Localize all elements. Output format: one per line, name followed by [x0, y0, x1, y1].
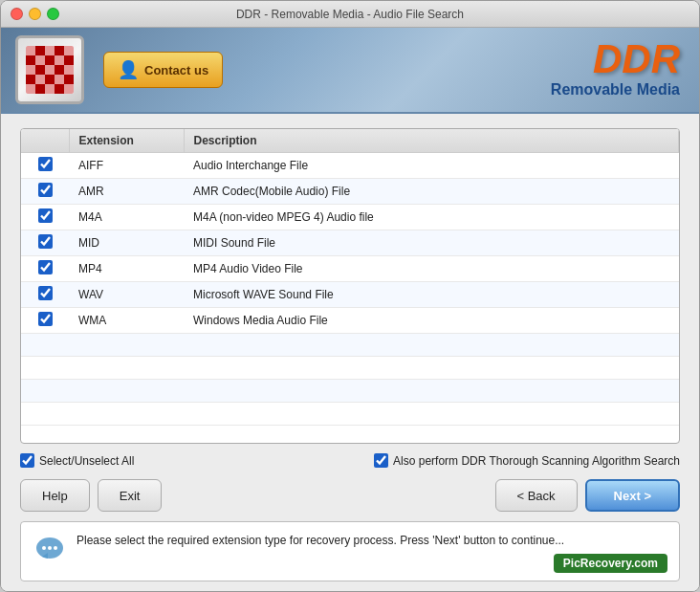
contact-label: Contact us	[144, 63, 208, 77]
main-window: DDR - Removable Media - Audio File Searc…	[0, 0, 700, 592]
svg-rect-16	[26, 75, 35, 84]
svg-rect-21	[26, 84, 35, 94]
row-extension: AMR	[69, 179, 184, 205]
svg-rect-9	[55, 55, 64, 65]
table-row: WAVMicrosoft WAVE Sound File	[21, 282, 679, 308]
svg-rect-24	[55, 84, 64, 94]
row-description: MIDI Sound File	[184, 230, 679, 256]
brand-title: DDR	[551, 39, 680, 79]
row-checkbox-wav[interactable]	[38, 286, 53, 300]
svg-point-29	[48, 546, 52, 550]
empty-row	[21, 380, 679, 403]
chat-icon	[34, 534, 65, 571]
row-extension: MP4	[69, 256, 184, 282]
svg-rect-22	[35, 84, 45, 94]
svg-rect-10	[64, 55, 74, 65]
svg-rect-2	[35, 46, 45, 55]
file-type-table-wrapper: Extension Description AIFFAudio Intercha…	[20, 128, 680, 444]
row-description: Microsoft WAVE Sound File	[184, 282, 679, 308]
row-checkbox-cell[interactable]	[21, 230, 69, 256]
svg-rect-14	[55, 65, 64, 75]
back-button[interactable]: < Back	[495, 479, 578, 512]
svg-rect-3	[45, 46, 55, 55]
row-checkbox-mid[interactable]	[38, 234, 53, 249]
row-checkbox-m4a[interactable]	[38, 208, 53, 223]
row-description: Audio Interchange File	[184, 153, 679, 179]
row-description: AMR Codec(Mobile Audio) File	[184, 179, 679, 205]
col-description-header: Description	[184, 129, 679, 153]
svg-rect-4	[55, 46, 64, 55]
row-description: M4A (non-video MPEG 4) Audio file	[184, 205, 679, 230]
select-all-checkbox[interactable]	[20, 453, 34, 468]
svg-rect-20	[64, 75, 74, 84]
row-description: Windows Media Audio File	[184, 308, 679, 334]
file-type-table: Extension Description AIFFAudio Intercha…	[21, 129, 679, 426]
empty-row	[21, 403, 679, 426]
row-checkbox-cell[interactable]	[21, 282, 69, 308]
table-row: AMRAMR Codec(Mobile Audio) File	[21, 179, 679, 205]
maximize-button[interactable]	[47, 8, 59, 20]
svg-rect-6	[26, 55, 35, 65]
select-all-label[interactable]: Select/Unselect All	[20, 453, 134, 468]
svg-rect-19	[55, 75, 64, 84]
brand-area: DDR Removable Media	[551, 39, 680, 99]
empty-row	[21, 334, 679, 357]
svg-point-30	[54, 546, 57, 550]
svg-rect-1	[26, 46, 35, 55]
row-extension: MID	[69, 230, 184, 256]
brand-subtitle: Removable Media	[551, 81, 680, 99]
svg-rect-8	[45, 55, 55, 65]
row-checkbox-cell[interactable]	[21, 256, 69, 282]
window-controls	[11, 8, 59, 20]
col-extension-header: Extension	[69, 129, 184, 153]
table-row: MP4MP4 Audio Video File	[21, 256, 679, 282]
thorough-scan-label[interactable]: Also perform DDR Thorough Scanning Algor…	[374, 453, 680, 468]
info-text: Please select the required extension typ…	[77, 532, 666, 549]
contact-icon: 👤	[118, 59, 139, 80]
close-button[interactable]	[11, 8, 23, 20]
bottom-controls: Select/Unselect All Also perform DDR Tho…	[20, 453, 680, 468]
exit-button[interactable]: Exit	[98, 479, 163, 512]
contact-button[interactable]: 👤 Contact us	[103, 52, 223, 88]
info-bar: Please select the required extension typ…	[20, 521, 680, 581]
header-banner: 👤 Contact us DDR Removable Media	[1, 28, 699, 114]
app-logo	[15, 35, 84, 104]
help-button[interactable]: Help	[20, 479, 90, 512]
row-extension: M4A	[69, 205, 184, 230]
table-row: M4AM4A (non-video MPEG 4) Audio file	[21, 205, 679, 230]
titlebar: DDR - Removable Media - Audio File Searc…	[1, 1, 699, 28]
empty-row	[21, 357, 679, 380]
minimize-button[interactable]	[29, 8, 41, 20]
svg-rect-23	[45, 84, 55, 94]
row-checkbox-wma[interactable]	[38, 312, 53, 326]
table-header-row: Extension Description	[21, 129, 679, 153]
table-row: MIDMIDI Sound File	[21, 230, 679, 256]
svg-rect-17	[35, 75, 45, 84]
row-extension: WMA	[69, 308, 184, 334]
row-checkbox-amr[interactable]	[38, 183, 53, 197]
svg-rect-13	[45, 65, 55, 75]
svg-point-28	[42, 546, 46, 550]
window-title: DDR - Removable Media - Audio File Searc…	[236, 8, 464, 21]
svg-rect-18	[45, 75, 55, 84]
table-row: AIFFAudio Interchange File	[21, 153, 679, 179]
row-checkbox-cell[interactable]	[21, 205, 69, 230]
row-checkbox-cell[interactable]	[21, 179, 69, 205]
table-row: WMAWindows Media Audio File	[21, 308, 679, 334]
row-extension: WAV	[69, 282, 184, 308]
row-checkbox-mp4[interactable]	[38, 260, 53, 274]
col-checkbox	[21, 129, 69, 153]
row-checkbox-aiff[interactable]	[38, 157, 53, 171]
svg-rect-25	[64, 84, 74, 94]
row-extension: AIFF	[69, 153, 184, 179]
thorough-scan-checkbox[interactable]	[374, 453, 388, 468]
svg-rect-15	[64, 65, 74, 75]
row-checkbox-cell[interactable]	[21, 308, 69, 334]
row-checkbox-cell[interactable]	[21, 153, 69, 179]
row-description: MP4 Audio Video File	[184, 256, 679, 282]
svg-rect-7	[35, 55, 45, 65]
main-content: Extension Description AIFFAudio Intercha…	[1, 114, 699, 591]
next-button[interactable]: Next >	[585, 479, 680, 512]
button-row: Help Exit < Back Next >	[20, 479, 680, 512]
svg-rect-11	[26, 65, 35, 75]
